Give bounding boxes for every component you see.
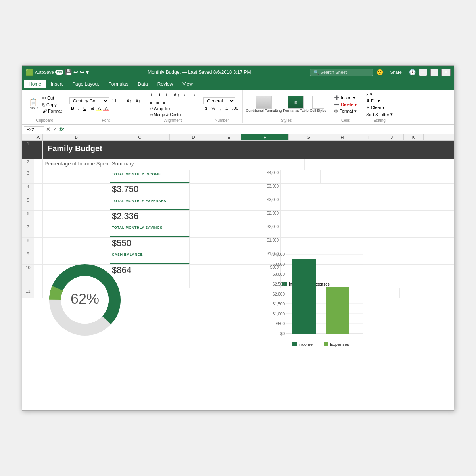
cell-d4[interactable] [190, 184, 237, 197]
conditional-formatting-button[interactable] [256, 96, 272, 109]
cell-b6[interactable] [43, 211, 110, 224]
cell-a4[interactable] [34, 184, 43, 197]
tab-view[interactable]: View [178, 80, 198, 88]
sum-button[interactable]: Σ ▾ [365, 91, 394, 97]
decrease-font-button[interactable]: A↓ [134, 98, 142, 104]
cell-c4-income-val[interactable]: $3,750 [110, 184, 190, 197]
cell-a5[interactable] [34, 197, 43, 210]
cell-styles-button[interactable] [312, 96, 324, 109]
save-button[interactable]: 💾 [65, 69, 72, 75]
cell-a2[interactable] [34, 159, 43, 170]
number-format-select[interactable]: General [203, 97, 235, 104]
align-right-button[interactable]: ≡ [161, 99, 167, 106]
cell-b3[interactable] [43, 170, 110, 183]
formula-input[interactable] [66, 127, 452, 132]
increase-font-button[interactable]: A↑ [125, 98, 133, 104]
format-painter-button[interactable]: 🖌 Format [41, 108, 63, 114]
format-cells-button[interactable]: ⚙ Format ▾ [332, 108, 359, 114]
align-top-left-button[interactable]: ⬆ [148, 92, 155, 98]
share-button[interactable]: Share [386, 69, 406, 76]
col-header-j[interactable]: J [380, 134, 404, 140]
cell-e8[interactable] [237, 238, 261, 251]
cut-button[interactable]: ✂ Cut [41, 95, 63, 101]
tab-review[interactable]: Review [153, 80, 178, 88]
cell-b8[interactable] [43, 238, 110, 251]
bold-button[interactable]: B [69, 105, 76, 111]
col-header-k[interactable]: K [404, 134, 424, 140]
cell-d6[interactable] [190, 211, 237, 224]
close-button[interactable]: ✕ [441, 69, 451, 76]
delete-cells-button[interactable]: ➖ Delete ▾ [332, 102, 359, 107]
col-header-f[interactable]: F [241, 134, 289, 140]
col-header-d[interactable]: D [170, 134, 217, 140]
col-header-e[interactable]: E [217, 134, 241, 140]
cell-d7[interactable] [190, 224, 237, 237]
cell-d8[interactable] [190, 238, 237, 251]
cell-d10[interactable] [190, 265, 237, 288]
cell-d9[interactable] [190, 251, 237, 264]
comma-button[interactable]: , [218, 105, 222, 111]
cell-c7-sav-label[interactable]: TOTAL MONTHLY SAVINGS [110, 224, 190, 237]
paste-button[interactable]: 📋 Paste [26, 98, 40, 111]
customize-button[interactable]: ▾ [86, 69, 89, 75]
tab-page-layout[interactable]: Page Layout [67, 80, 104, 88]
cell-b1-header[interactable]: Family Budget [43, 141, 447, 159]
font-family-select[interactable]: Century Got... [69, 97, 109, 104]
cell-a8[interactable] [34, 238, 43, 251]
cell-c2[interactable]: Summary [110, 159, 305, 170]
border-button[interactable]: ⊞ [89, 105, 96, 112]
increase-decimal-button[interactable]: .0 [223, 105, 230, 111]
wrap-text-button[interactable]: ↵ Wrap Text [148, 106, 198, 111]
percent-button[interactable]: % [210, 105, 217, 111]
cell-d5[interactable] [190, 197, 237, 210]
tab-formulas[interactable]: Formulas [104, 80, 133, 88]
indent-right-button[interactable]: → [190, 92, 198, 98]
col-header-c[interactable]: C [110, 134, 170, 140]
tab-insert[interactable]: Insert [46, 80, 67, 88]
cell-e4[interactable] [237, 184, 261, 197]
cell-b11[interactable] [43, 288, 400, 298]
confirm-formula-icon[interactable]: ✓ [53, 126, 57, 132]
minimize-button[interactable]: ─ [419, 69, 427, 76]
col-header-h[interactable]: H [328, 134, 356, 140]
orientation-button[interactable]: ab↕ [171, 92, 181, 98]
cell-e10[interactable] [237, 265, 261, 288]
maximize-button[interactable]: □ [430, 69, 438, 76]
account-icon[interactable]: 🙂 [376, 69, 383, 75]
cell-c8-sav-val[interactable]: $550 [110, 238, 190, 251]
col-header-g[interactable]: G [289, 134, 328, 140]
cell-e3[interactable] [237, 170, 261, 183]
insert-cells-button[interactable]: ➕ Insert ▾ [332, 95, 359, 101]
format-as-table-button[interactable]: ⊞ [288, 96, 304, 109]
cancel-formula-icon[interactable]: ✕ [46, 126, 50, 132]
cell-e7[interactable] [237, 224, 261, 237]
align-top-center-button[interactable]: ⬆ [156, 92, 163, 98]
underline-button[interactable]: U [82, 105, 88, 111]
merge-center-button[interactable]: ⬌ Merge & Center [148, 112, 198, 117]
indent-left-button[interactable]: ← [182, 92, 189, 98]
fx-icon[interactable]: fx [60, 126, 64, 132]
cell-e6[interactable] [237, 211, 261, 224]
cell-c6-exp-val[interactable]: $2,336 [110, 211, 190, 224]
undo-button[interactable]: ↩ [73, 69, 78, 75]
redo-button[interactable]: ↪ [80, 69, 84, 75]
cell-a7[interactable] [34, 224, 43, 237]
cell-e9[interactable] [237, 251, 261, 264]
cell-a1[interactable] [34, 141, 43, 159]
cell-d3[interactable] [190, 170, 237, 183]
cell-b10[interactable] [43, 265, 110, 288]
copy-button[interactable]: ⎘ Copy [41, 102, 63, 107]
cell-c3-income-label[interactable]: TOTAL MONTHLY INCOME [110, 170, 190, 183]
tab-home[interactable]: Home [24, 80, 46, 88]
autosave-toggle[interactable]: ON [55, 70, 64, 75]
cell-e5[interactable] [237, 197, 261, 210]
col-header-b[interactable]: B [43, 134, 110, 140]
cell-c5-exp-label[interactable]: TOTAL MONTHLY EXPENSES [110, 197, 190, 210]
cell-a9[interactable] [34, 251, 43, 264]
cell-b9[interactable] [43, 251, 110, 264]
cell-g3[interactable] [281, 170, 321, 183]
align-center-button[interactable]: ≡ [155, 99, 160, 106]
col-header-a[interactable]: A [34, 134, 43, 140]
italic-button[interactable]: I [77, 105, 81, 111]
cell-c9-cash-label[interactable]: CASH BALANCE [110, 251, 190, 264]
